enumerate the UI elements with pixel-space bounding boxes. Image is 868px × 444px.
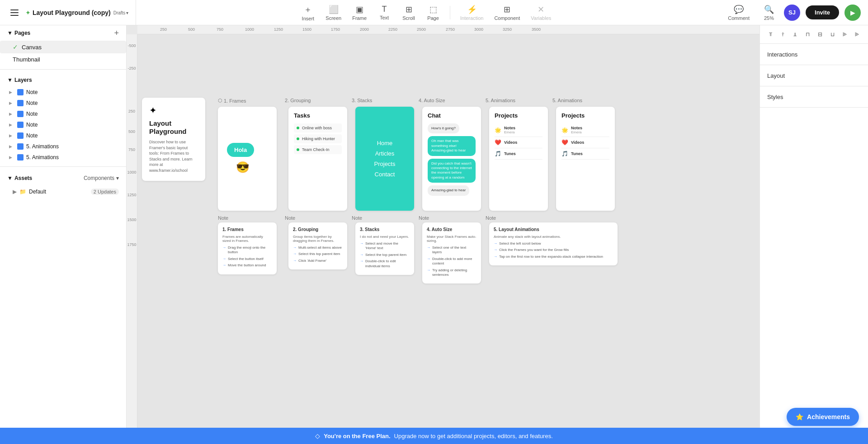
anim5a-card-wrapper: Projects 🌟 Notes Emera ❤️ Videos: [489, 107, 548, 211]
add-page-button[interactable]: +: [114, 29, 119, 37]
avatar[interactable]: SJ: [784, 5, 800, 21]
section-label-5b: 5. Animations: [552, 98, 619, 104]
stacks-card-wrapper: Home Articles Projects Contact: [355, 107, 414, 211]
page-tool[interactable]: ⬚ Page: [422, 3, 444, 23]
ruler-mark: 250: [160, 27, 167, 32]
layer-item-note-4[interactable]: ▶ Note: [0, 119, 126, 130]
folder-icon: ▶: [13, 189, 17, 195]
updates-badge: 2 Updates: [91, 189, 119, 195]
ruler-mark: 1250: [127, 193, 137, 197]
anim5b-card: Projects 🌟 Notes Emera ❤️ Videos: [556, 107, 615, 211]
banner-text: Upgrade now to get additional projects, …: [394, 433, 553, 439]
interaction-tool[interactable]: ⚡ Interaction: [456, 3, 488, 23]
section-label-5a: 5. Animations: [486, 98, 552, 104]
note-card-1-wrapper: 1. Frames Frames are automatically sized…: [218, 222, 277, 274]
note-card-3-title: 3. Stacks: [360, 227, 410, 232]
note-card-1: 1. Frames Frames are automatically sized…: [218, 222, 277, 274]
align-top-button[interactable]: ⊓: [802, 29, 813, 40]
default-folder-item[interactable]: ▶ 📁 Default 2 Updates: [0, 186, 126, 198]
note-card-2-title: 2. Grouping: [293, 227, 343, 232]
invite-button[interactable]: Invite: [806, 5, 839, 19]
star-icon: ✦: [25, 9, 31, 16]
note-card-5: 5. Layout Animations Animate any stack w…: [489, 222, 618, 265]
layers-title: ▼ Layers: [7, 77, 32, 83]
distribute-v-button[interactable]: ⫸: [852, 29, 863, 40]
ruler-mark: 750: [217, 27, 223, 32]
align-right-button[interactable]: ⫫: [790, 29, 801, 40]
note-card-5-wrapper: 5. Layout Animations Animate any stack w…: [489, 222, 618, 265]
component-tool[interactable]: ⊞ Component: [490, 3, 524, 23]
project-row-b-2: ❤️ Videos: [561, 137, 609, 148]
menu-button[interactable]: [7, 5, 22, 20]
expand-icon: ▶: [9, 133, 14, 138]
play-button[interactable]: ▶: [844, 5, 861, 21]
comment-button[interactable]: 💬 Comment: [723, 3, 754, 23]
ruler-mark: 2750: [446, 27, 455, 32]
align-center-v-button[interactable]: ⊟: [815, 29, 826, 40]
banner-bold-text: You're on the Free Plan.: [324, 433, 390, 439]
task-dot: [297, 127, 299, 129]
page-item-thumbnail[interactable]: Thumbnail: [0, 53, 126, 66]
ruler-mark: 1250: [274, 27, 283, 32]
layout-title: Layout: [767, 72, 785, 79]
layer-item-anim-2[interactable]: ▶ 5. Animations: [0, 152, 126, 163]
proj-emoji-2: ❤️: [495, 139, 501, 146]
screen-tool[interactable]: ⬜ Screen: [321, 3, 346, 23]
grouping-card: Tasks Online with boss Hiking with Hunte…: [288, 107, 347, 211]
layout-section[interactable]: Layout: [760, 65, 868, 86]
components-button[interactable]: Components ▾: [84, 175, 119, 181]
canvas-area[interactable]: 250 500 750 1000 1250 1500 1750 2000 225…: [127, 25, 760, 444]
ruler-mark: 1750: [331, 27, 340, 32]
styles-section[interactable]: Styles: [760, 86, 868, 108]
note-step-2: → Select the button itself: [222, 257, 272, 261]
expand-icon: ▶: [9, 101, 14, 105]
ruler-mark: 750: [127, 147, 137, 152]
interactions-section[interactable]: Interactions: [760, 44, 868, 65]
scroll-tool[interactable]: ⊞ Scroll: [397, 3, 420, 23]
canvas-content[interactable]: ✦ Layout Playground Discover how to use …: [137, 34, 760, 444]
note-card-4-desc: Make your Stack Frames auto-sizing.: [427, 235, 476, 243]
insert-icon: ＋: [304, 4, 312, 15]
assets-title: ▼ Assets: [7, 175, 32, 181]
expand-icon: ▶: [9, 90, 14, 94]
layers-section-header[interactable]: ▼ Layers: [0, 73, 126, 87]
projects-title-2: Projects: [561, 112, 609, 119]
stacks-card: Home Articles Projects Contact: [355, 107, 414, 211]
layer-item-note-3[interactable]: ▶ Note: [0, 109, 126, 119]
layer-item-note-2[interactable]: ▶ Note: [0, 98, 126, 109]
zoom-button[interactable]: 🔍 25%: [760, 3, 778, 23]
main-layout: ▼ Pages + ✓ Canvas Thumbnail ▼ Layers ▶ …: [0, 25, 868, 444]
ruler-mark: 1500: [127, 217, 137, 222]
achievements-button[interactable]: ⭐ Achievements: [787, 408, 859, 426]
frame-tool[interactable]: ▣ Frame: [348, 3, 371, 23]
page-item-canvas[interactable]: ✓ Canvas: [0, 41, 126, 53]
note-4-step-3: → Try adding or deleting sentences: [427, 268, 476, 278]
note-labels: Note Note Note Note Note: [218, 215, 619, 221]
section-label-4: 4. Auto Size: [419, 98, 486, 104]
note-label-4: Note: [419, 215, 486, 221]
drafts-button[interactable]: Drafts ▾: [113, 10, 129, 15]
layer-item-anim-1[interactable]: ▶ 5. Animations: [0, 141, 126, 152]
chat-bubble-2: Oh man that was something else! Amazing-…: [428, 136, 476, 156]
note-card-5-title: 5. Layout Animations: [494, 227, 613, 232]
align-bottom-button[interactable]: ⊔: [827, 29, 838, 40]
folder-icon2: 📁: [19, 189, 26, 195]
star-icon: ⭐: [796, 413, 803, 420]
note-label-1: Note: [218, 215, 285, 221]
variables-tool[interactable]: ✕ Variables: [526, 3, 556, 23]
pages-section-header[interactable]: ▼ Pages +: [0, 25, 126, 41]
distribute-h-button[interactable]: ⫸: [840, 29, 850, 40]
layer-item-note-1[interactable]: ▶ Note: [0, 87, 126, 98]
align-center-h-button[interactable]: ⫯: [778, 29, 788, 40]
styles-title: Styles: [767, 94, 783, 100]
text-tool[interactable]: T Text: [373, 3, 396, 22]
layers-caret: ▼: [7, 77, 13, 83]
assets-section-header[interactable]: ▼ Assets Components ▾: [0, 170, 126, 186]
note-card-1-title: 1. Frames: [222, 227, 272, 232]
ruler-left: -500 -250 250 500 750 1000 1250 1500 175…: [127, 34, 137, 444]
right-sidebar: ⫪ ⫯ ⫫ ⊓ ⊟ ⊔ ⫸ ⫸ Interactions Layout Styl…: [760, 25, 868, 444]
insert-tool[interactable]: ＋ Insert: [297, 2, 319, 23]
layer-item-note-5[interactable]: ▶ Note: [0, 130, 126, 141]
note-2-step-2: → Select this top parent item: [293, 252, 343, 256]
align-left-button[interactable]: ⫪: [765, 29, 776, 40]
